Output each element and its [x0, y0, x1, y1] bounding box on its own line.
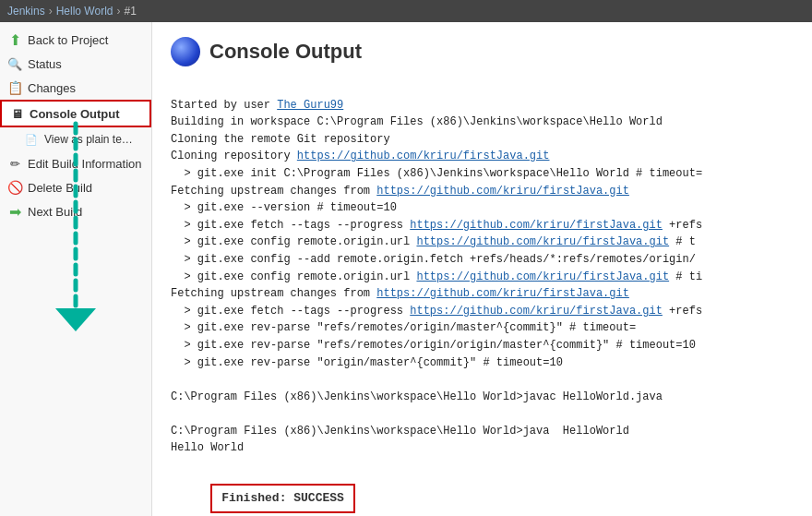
breadcrumb-build: #1: [125, 5, 137, 18]
plain-icon: 📄: [24, 132, 39, 147]
sidebar-label-status: Status: [28, 57, 62, 71]
sidebar-item-changes[interactable]: 📋 Changes: [0, 76, 151, 100]
breadcrumb-bar: Jenkins › Hello World › #1: [0, 0, 812, 22]
breadcrumb-sep2: ›: [117, 5, 121, 18]
fetch-link-2[interactable]: https://github.com/kriru/firstJava.git: [410, 219, 663, 232]
sidebar-item-back-to-project[interactable]: ⬆ Back to Project: [0, 28, 151, 52]
output-line-started: Started by user The Guru99 Building in w…: [171, 99, 702, 455]
sidebar-item-edit-build[interactable]: ✏ Edit Build Information: [0, 151, 151, 175]
config-link-2[interactable]: https://github.com/kriru/firstJava.git: [416, 270, 669, 283]
breadcrumb-jenkins[interactable]: Jenkins: [7, 5, 45, 18]
breadcrumb-sep1: ›: [49, 5, 53, 18]
changes-icon: 📋: [7, 80, 22, 95]
repo-link-1[interactable]: https://github.com/kriru/firstJava.git: [297, 150, 550, 162]
sidebar-item-status[interactable]: 🔍 Status: [0, 52, 151, 76]
finished-status: Finished: SUCCESS: [210, 484, 355, 513]
sidebar-label-plain: View as plain te…: [44, 133, 133, 146]
sidebar-item-console-output[interactable]: 🖥 Console Output: [0, 100, 151, 127]
sidebar-item-delete-build[interactable]: 🚫 Delete Build: [0, 175, 151, 199]
console-icon: 🖥: [9, 106, 24, 121]
sidebar-label-edit: Edit Build Information: [28, 157, 142, 171]
sidebar-label-back: Back to Project: [28, 33, 108, 47]
sidebar-item-next-build[interactable]: ➡ Next Build: [0, 199, 151, 223]
status-icon: 🔍: [7, 56, 22, 71]
page-title: Console Output: [209, 40, 362, 64]
sidebar: ⬆ Back to Project 🔍 Status 📋 Changes 🖥 C…: [0, 22, 152, 516]
config-link-1[interactable]: https://github.com/kriru/firstJava.git: [416, 235, 669, 248]
svg-marker-1: [55, 308, 96, 331]
main-content: Console Output Started by user The Guru9…: [152, 22, 812, 516]
sidebar-label-console: Console Output: [30, 107, 120, 121]
sidebar-label-next: Next Build: [28, 205, 82, 219]
sidebar-label-delete: Delete Build: [28, 181, 92, 195]
fetch-link-3[interactable]: https://github.com/kriru/firstJava.git: [376, 287, 629, 300]
console-output: Started by user The Guru99 Building in w…: [171, 79, 794, 516]
sidebar-item-view-plain[interactable]: 📄 View as plain te…: [0, 127, 151, 151]
back-icon: ⬆: [7, 32, 22, 47]
fetch-link-1[interactable]: https://github.com/kriru/firstJava.git: [376, 185, 629, 198]
delete-icon: 🚫: [7, 180, 22, 195]
edit-icon: ✏: [7, 156, 22, 171]
globe-icon: [171, 37, 200, 66]
user-link[interactable]: The Guru99: [277, 99, 343, 112]
next-icon: ➡: [7, 204, 22, 219]
sidebar-label-changes: Changes: [28, 81, 76, 95]
fetch-link-4[interactable]: https://github.com/kriru/firstJava.git: [410, 305, 663, 318]
breadcrumb-project[interactable]: Hello World: [56, 5, 113, 18]
console-title: Console Output: [171, 37, 794, 66]
